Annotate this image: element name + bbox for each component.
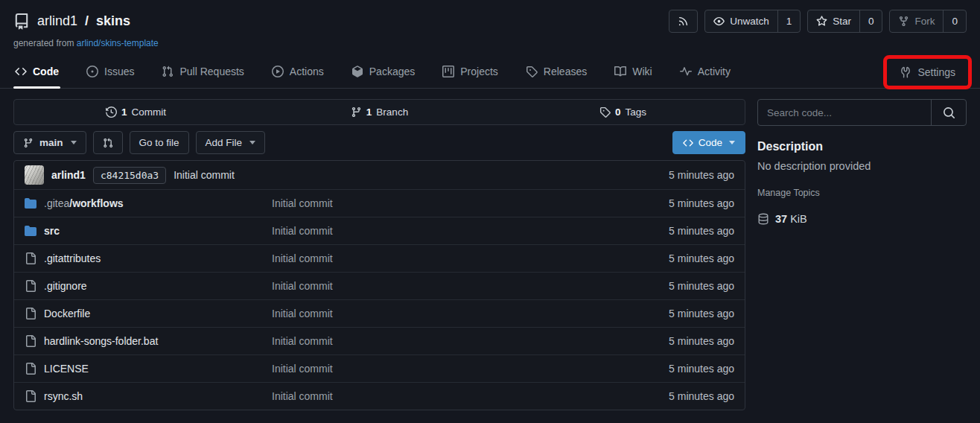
search-input[interactable] <box>758 100 931 125</box>
file-link[interactable]: .gitattributes <box>44 252 101 264</box>
commit-message-link[interactable]: Initial commit <box>174 169 235 181</box>
eye-icon <box>713 16 725 27</box>
search-button[interactable] <box>931 100 966 125</box>
row-commit-time: 5 minutes ago <box>622 390 745 402</box>
latest-commit-row: arlind1 c84215d0a3 Initial commit 5 minu… <box>14 161 745 189</box>
table-row: .gitea/workflows Initial commit 5 minute… <box>14 189 745 217</box>
description-text: No description provided <box>757 160 967 172</box>
file-table: arlind1 c84215d0a3 Initial commit 5 minu… <box>13 160 745 410</box>
chevron-down-icon <box>729 141 735 144</box>
chevron-down-icon <box>249 141 255 144</box>
file-link[interactable]: Dockerfile <box>44 308 90 319</box>
table-row: hardlink-songs-folder.bat Initial commit… <box>14 327 745 354</box>
table-row: src Initial commit 5 minutes ago <box>14 217 745 244</box>
row-commit-message[interactable]: Initial commit <box>272 308 622 319</box>
file-link[interactable]: .gitea/workflows <box>44 197 124 209</box>
file-icon <box>25 363 36 375</box>
settings-annotation-box: Settings <box>883 55 972 89</box>
tab-projects[interactable]: Projects <box>441 54 500 88</box>
goto-file-button[interactable]: Go to file <box>130 131 189 154</box>
compare-button[interactable] <box>93 131 123 154</box>
fork-button[interactable]: Fork <box>890 10 943 32</box>
repo-title: arlind1 / skins <box>13 13 130 30</box>
tags-stat[interactable]: 0 Tags <box>501 100 745 124</box>
tab-packages[interactable]: Packages <box>350 54 416 88</box>
commit-author-link[interactable]: arlind1 <box>51 169 86 181</box>
row-commit-time: 5 minutes ago <box>622 197 745 209</box>
code-download-button[interactable]: Code <box>672 131 745 154</box>
row-commit-message[interactable]: Initial commit <box>272 363 622 375</box>
repo-sidebar: Description No description provided Mana… <box>757 99 967 410</box>
issue-icon <box>86 66 98 77</box>
tab-pull-requests[interactable]: Pull Requests <box>160 54 245 88</box>
repo-icon <box>13 13 30 30</box>
row-commit-message[interactable]: Initial commit <box>272 197 622 209</box>
play-icon <box>272 66 284 77</box>
row-commit-time: 5 minutes ago <box>622 308 745 319</box>
book-icon <box>614 66 626 77</box>
add-file-button[interactable]: Add File <box>196 131 266 154</box>
table-row: LICENSE Initial commit 5 minutes ago <box>14 354 745 382</box>
star-button-group: Star 0 <box>807 10 882 33</box>
tab-issues[interactable]: Issues <box>85 54 136 88</box>
repo-header: arlind1 / skins Unwatch 1 Star <box>0 0 980 48</box>
row-commit-time: 5 minutes ago <box>622 363 745 375</box>
repo-title-separator: / <box>85 13 89 29</box>
table-row: .gitignore Initial commit 5 minutes ago <box>14 272 745 299</box>
file-icon <box>25 308 36 319</box>
tag-icon <box>526 66 538 77</box>
code-icon <box>15 66 27 77</box>
fork-count[interactable]: 0 <box>943 10 966 32</box>
rss-button[interactable] <box>669 10 698 33</box>
watch-count[interactable]: 1 <box>777 10 801 32</box>
file-link[interactable]: rsync.sh <box>44 390 83 402</box>
row-commit-message[interactable]: Initial commit <box>272 252 622 264</box>
repo-owner-link[interactable]: arlind1 <box>37 13 77 29</box>
file-icon <box>25 252 36 264</box>
fork-icon <box>898 16 909 27</box>
file-link[interactable]: .gitignore <box>44 280 87 292</box>
compare-icon <box>103 138 113 148</box>
tab-settings[interactable]: Settings <box>898 59 957 86</box>
star-icon <box>816 16 827 27</box>
row-commit-time: 5 minutes ago <box>622 335 745 347</box>
manage-topics-link[interactable]: Manage Topics <box>757 188 820 198</box>
pulse-icon <box>680 66 692 77</box>
tools-icon <box>900 66 911 78</box>
database-icon <box>757 213 769 225</box>
row-commit-message[interactable]: Initial commit <box>272 390 622 402</box>
table-row: .gitattributes Initial commit 5 minutes … <box>14 244 745 272</box>
commit-sha-link[interactable]: c84215d0a3 <box>93 167 166 184</box>
star-count[interactable]: 0 <box>859 10 882 32</box>
branch-selector[interactable]: main <box>13 131 86 154</box>
file-link[interactable]: hardlink-songs-folder.bat <box>44 335 158 347</box>
rss-icon <box>678 16 689 27</box>
tab-wiki[interactable]: Wiki <box>613 54 653 88</box>
repo-size: 37 KiB <box>757 213 967 225</box>
row-commit-message[interactable]: Initial commit <box>272 280 622 292</box>
avatar[interactable] <box>25 165 44 185</box>
unwatch-button[interactable]: Unwatch <box>705 10 777 32</box>
file-link[interactable]: src <box>44 225 60 237</box>
row-commit-message[interactable]: Initial commit <box>272 225 622 237</box>
star-button[interactable]: Star <box>808 10 859 32</box>
template-repo-link[interactable]: arlind/skins-template <box>77 38 159 48</box>
history-icon <box>106 106 117 118</box>
branches-stat[interactable]: 1 Branch <box>258 100 501 124</box>
commits-stat[interactable]: 1 Commit <box>14 100 258 124</box>
branch-icon <box>23 138 34 148</box>
row-commit-time: 5 minutes ago <box>622 225 745 237</box>
tag-icon <box>599 106 611 118</box>
table-row: rsync.sh Initial commit 5 minutes ago <box>14 382 745 410</box>
tab-activity[interactable]: Activity <box>678 54 732 88</box>
chevron-down-icon <box>71 141 77 144</box>
file-link[interactable]: LICENSE <box>44 363 89 375</box>
repo-nav: Code Issues Pull Requests Actions Packag… <box>0 54 980 89</box>
tab-code[interactable]: Code <box>13 54 60 88</box>
pull-request-icon <box>162 66 174 77</box>
tab-releases[interactable]: Releases <box>524 54 588 88</box>
row-commit-message[interactable]: Initial commit <box>272 335 622 347</box>
repo-name-link[interactable]: skins <box>96 13 130 29</box>
repo-actions: Unwatch 1 Star 0 Fork 0 <box>669 10 967 33</box>
tab-actions[interactable]: Actions <box>270 54 325 88</box>
